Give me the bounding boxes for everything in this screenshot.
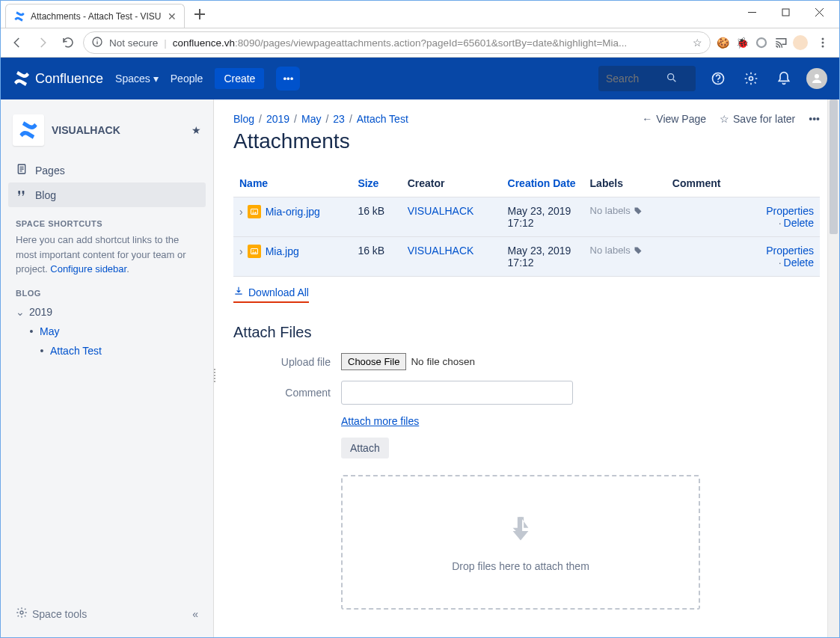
extension-bug-icon[interactable]: 🐞 <box>735 35 749 50</box>
crumb-page[interactable]: Attach Test <box>357 113 408 125</box>
svg-point-2 <box>96 39 97 40</box>
table-row: ›Mia.jpg 16 kB VISUALHACK May 23, 2019 1… <box>233 237 820 277</box>
svg-point-4 <box>822 38 824 40</box>
attach-more-link[interactable]: Attach more files <box>341 415 419 427</box>
new-tab-button[interactable] <box>189 4 210 25</box>
star-icon[interactable]: ☆ <box>693 37 702 49</box>
save-later-link[interactable]: ☆Save for later <box>720 113 795 125</box>
notification-icon[interactable] <box>773 71 794 86</box>
browser-tabstrip: Attachments - Attach Test - VISU ✕ <box>1 1 839 28</box>
creator-link[interactable]: VISUALHACK <box>408 205 474 217</box>
extension-cookie-icon[interactable]: 🍪 <box>715 35 730 50</box>
attachments-table: Name Size Creator Creation Date Labels C… <box>233 170 820 277</box>
labels-cell[interactable]: No labels <box>590 245 660 256</box>
browser-tab-title: Attachments - Attach Test - VISU <box>31 11 162 22</box>
nav-spaces[interactable]: Spaces ▾ <box>115 73 159 85</box>
creator-link[interactable]: VISUALHACK <box>408 245 474 257</box>
col-size[interactable]: Size <box>352 170 401 197</box>
search-box[interactable] <box>598 66 696 91</box>
tree-page[interactable]: •Attach Test <box>37 341 206 361</box>
shortcuts-help-text: Here you can add shortcut links to the m… <box>8 233 206 277</box>
svg-point-11 <box>815 74 819 79</box>
view-page-link[interactable]: ←View Page <box>642 113 706 125</box>
space-tools-button[interactable]: Space tools <box>16 607 87 621</box>
page-title: Attachments <box>233 129 820 153</box>
crumb-month[interactable]: May <box>301 113 321 125</box>
browser-tab[interactable]: Attachments - Attach Test - VISU ✕ <box>5 4 185 28</box>
file-name-link[interactable]: Mia-orig.jpg <box>266 206 320 218</box>
creation-date: May 23, 2019 17:12 <box>502 197 584 237</box>
tab-close-icon[interactable]: ✕ <box>168 10 177 22</box>
vertical-scrollbar[interactable] <box>827 99 839 637</box>
user-avatar[interactable] <box>806 68 827 89</box>
browser-menu-button[interactable] <box>812 32 833 53</box>
sidebar-item-pages[interactable]: Pages <box>8 158 206 182</box>
tree-month[interactable]: •May <box>26 322 206 341</box>
svg-point-6 <box>822 46 824 48</box>
blog-heading: BLOG <box>8 277 206 302</box>
confluence-logo[interactable]: Confluence <box>13 70 103 88</box>
creation-date: May 23, 2019 17:12 <box>502 237 584 277</box>
col-date[interactable]: Creation Date <box>502 170 584 197</box>
file-name-link[interactable]: Mia.jpg <box>266 245 299 257</box>
cast-icon[interactable] <box>773 35 788 50</box>
attach-button[interactable]: Attach <box>341 438 389 458</box>
delete-link[interactable]: Delete <box>784 257 814 269</box>
chevron-right-icon[interactable]: › <box>239 206 243 218</box>
nav-people[interactable]: People <box>171 73 203 85</box>
search-input[interactable] <box>606 73 666 85</box>
col-name[interactable]: Name <box>233 170 352 197</box>
help-icon[interactable] <box>708 71 729 86</box>
crumb-day[interactable]: 23 <box>333 113 345 125</box>
dropzone-text: Drop files here to attach them <box>452 560 589 572</box>
file-dropzone[interactable]: Drop files here to attach them <box>341 475 700 610</box>
favorite-star-icon[interactable]: ★ <box>191 124 201 136</box>
image-file-icon <box>248 205 261 218</box>
more-actions-button[interactable]: ••• <box>809 113 820 125</box>
col-creator: Creator <box>402 170 502 197</box>
svg-point-9 <box>717 81 719 82</box>
tree-year[interactable]: ⌄2019 <box>16 302 206 322</box>
comment-input[interactable] <box>341 381 573 405</box>
browser-address-bar: Not secure | confluence.vh:8090/pages/vi… <box>1 28 839 58</box>
sidebar-item-blog[interactable]: Blog <box>8 182 206 207</box>
confluence-favicon-icon <box>13 10 25 22</box>
image-file-icon <box>248 245 261 258</box>
delete-link[interactable]: Delete <box>784 217 814 229</box>
crumb-blog[interactable]: Blog <box>233 113 254 125</box>
nav-reload-button[interactable] <box>58 32 79 53</box>
comment-label: Comment <box>233 387 331 399</box>
svg-point-10 <box>749 77 753 81</box>
chevron-right-icon[interactable]: › <box>239 245 243 257</box>
space-name[interactable]: VISUALHACK <box>52 124 184 136</box>
col-labels: Labels <box>584 170 666 197</box>
collapse-sidebar-icon[interactable]: « <box>192 608 198 620</box>
back-arrow-icon: ← <box>642 113 652 125</box>
crumb-year[interactable]: 2019 <box>266 113 289 125</box>
create-more-button[interactable]: ••• <box>276 67 300 91</box>
nav-back-button[interactable] <box>7 32 28 53</box>
page-icon <box>16 163 28 177</box>
choose-file-button[interactable]: Choose File <box>341 353 406 370</box>
svg-point-17 <box>252 250 254 251</box>
extension-circle-icon[interactable] <box>754 35 769 50</box>
download-icon <box>233 286 244 298</box>
svg-point-13 <box>20 611 23 614</box>
properties-link[interactable]: Properties <box>766 245 814 257</box>
confluence-topnav: Confluence Spaces ▾ People Create ••• <box>1 58 839 99</box>
profile-avatar-icon[interactable] <box>793 35 808 50</box>
gear-icon[interactable] <box>741 71 761 86</box>
configure-sidebar-link[interactable]: Configure sidebar <box>50 263 126 274</box>
download-all-link[interactable]: Download All <box>233 286 309 303</box>
labels-cell[interactable]: No labels <box>590 205 660 216</box>
attach-files-heading: Attach Files <box>233 324 820 341</box>
nav-forward-button[interactable] <box>32 32 53 53</box>
create-button[interactable]: Create <box>215 68 264 89</box>
properties-link[interactable]: Properties <box>766 205 814 217</box>
file-size: 16 kB <box>352 237 401 277</box>
svg-point-5 <box>822 42 824 44</box>
svg-point-7 <box>668 73 674 79</box>
address-omnibox[interactable]: Not secure | confluence.vh:8090/pages/vi… <box>83 31 711 54</box>
upload-file-label: Upload file <box>233 356 331 368</box>
col-comment: Comment <box>666 170 744 197</box>
